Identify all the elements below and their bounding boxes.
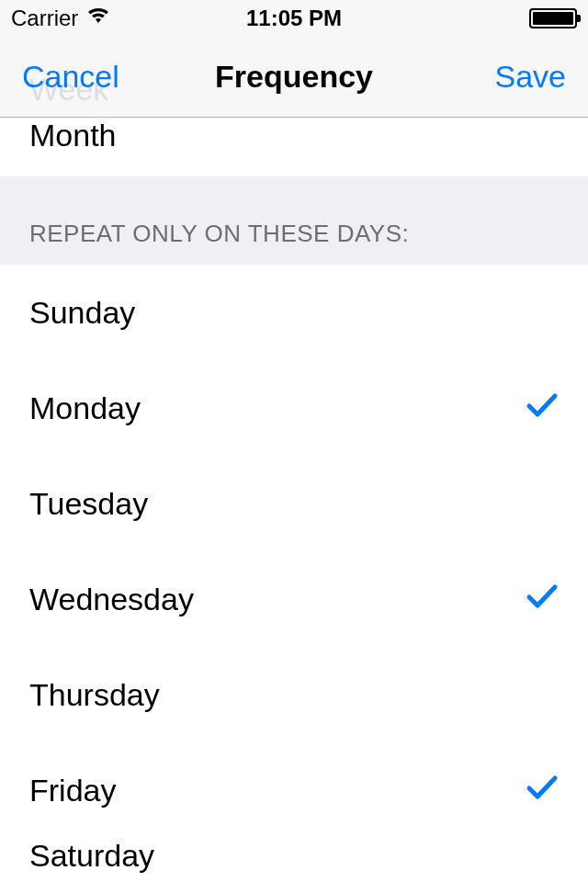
nav-bar: Week Cancel Frequency Save xyxy=(0,37,588,118)
day-label: Monday xyxy=(29,390,141,426)
checkmark-icon xyxy=(526,773,559,808)
day-label: Sunday xyxy=(29,295,135,331)
day-row-wednesday[interactable]: Wednesday xyxy=(0,551,588,647)
day-row-sunday[interactable]: Sunday xyxy=(0,265,588,360)
period-row-month[interactable]: Month xyxy=(0,118,588,176)
carrier-label: Carrier xyxy=(11,6,78,31)
day-row-monday[interactable]: Monday xyxy=(0,360,588,456)
section-header-days: REPEAT ONLY ON THESE DAYS: xyxy=(0,176,588,265)
period-label: Month xyxy=(29,118,117,153)
day-label: Wednesday xyxy=(29,582,194,617)
day-row-thursday[interactable]: Thursday xyxy=(0,647,588,742)
status-bar: Carrier 11:05 PM xyxy=(0,0,588,37)
day-row-saturday[interactable]: Saturday xyxy=(0,838,588,875)
day-label: Thursday xyxy=(29,677,160,713)
page-title: Frequency xyxy=(215,59,373,95)
wifi-icon xyxy=(85,6,111,31)
day-label: Friday xyxy=(29,773,116,808)
day-label: Tuesday xyxy=(29,486,148,522)
battery-icon xyxy=(529,8,577,28)
day-row-friday[interactable]: Friday xyxy=(0,742,588,838)
checkmark-icon xyxy=(526,390,559,426)
status-time: 11:05 PM xyxy=(246,6,342,31)
faded-previous-row: Week xyxy=(29,72,108,107)
day-label: Saturday xyxy=(29,838,154,874)
checkmark-icon xyxy=(526,582,559,617)
save-button[interactable]: Save xyxy=(495,59,567,95)
day-row-tuesday[interactable]: Tuesday xyxy=(0,456,588,551)
content-scroll[interactable]: Month REPEAT ONLY ON THESE DAYS: Sunday … xyxy=(0,118,588,882)
